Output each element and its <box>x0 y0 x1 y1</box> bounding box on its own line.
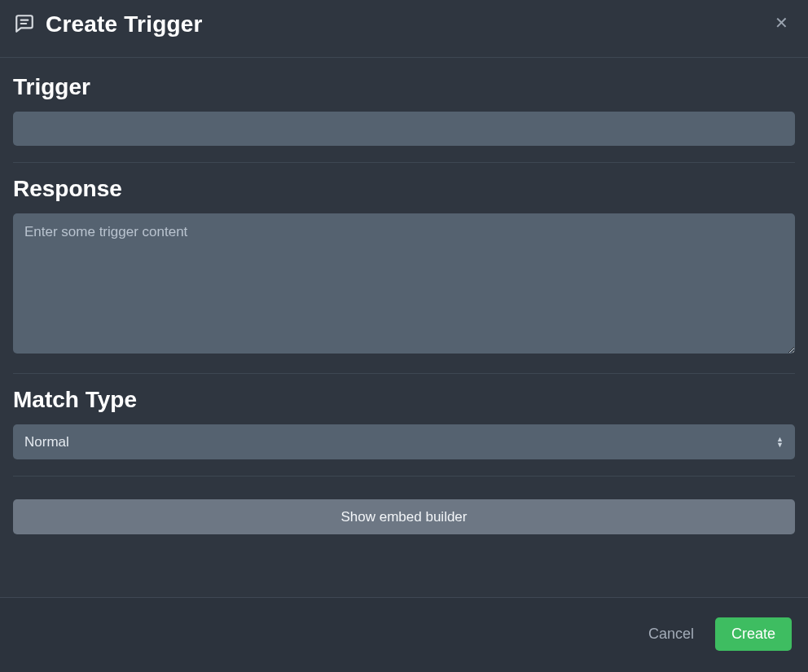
response-textarea[interactable] <box>13 213 795 354</box>
match-type-label: Match Type <box>13 387 795 413</box>
create-button[interactable]: Create <box>715 617 792 651</box>
select-updown-icon: ▲ ▼ <box>776 437 784 447</box>
trigger-input[interactable] <box>13 112 795 146</box>
chat-icon <box>13 12 36 35</box>
modal-title: Create Trigger <box>46 11 203 37</box>
trigger-label: Trigger <box>13 74 795 100</box>
response-section: Response <box>13 171 795 374</box>
modal-body: Trigger Response Match Type Normal ▲ ▼ S… <box>0 58 808 597</box>
create-trigger-modal: Create Trigger ✕ Trigger Response Match … <box>0 0 808 672</box>
modal-footer: Cancel Create <box>0 597 808 672</box>
close-button[interactable]: ✕ <box>770 11 793 34</box>
match-type-value: Normal <box>24 434 69 450</box>
modal-title-wrap: Create Trigger <box>13 11 203 37</box>
match-type-section: Match Type Normal ▲ ▼ <box>13 382 795 477</box>
cancel-button[interactable]: Cancel <box>642 621 700 648</box>
close-icon: ✕ <box>775 14 788 32</box>
embed-builder-section: Show embed builder <box>13 485 795 551</box>
modal-header: Create Trigger ✕ <box>0 0 808 58</box>
show-embed-builder-button[interactable]: Show embed builder <box>13 499 795 534</box>
match-type-select[interactable]: Normal ▲ ▼ <box>13 424 795 459</box>
trigger-section: Trigger <box>13 69 795 163</box>
response-label: Response <box>13 176 795 202</box>
